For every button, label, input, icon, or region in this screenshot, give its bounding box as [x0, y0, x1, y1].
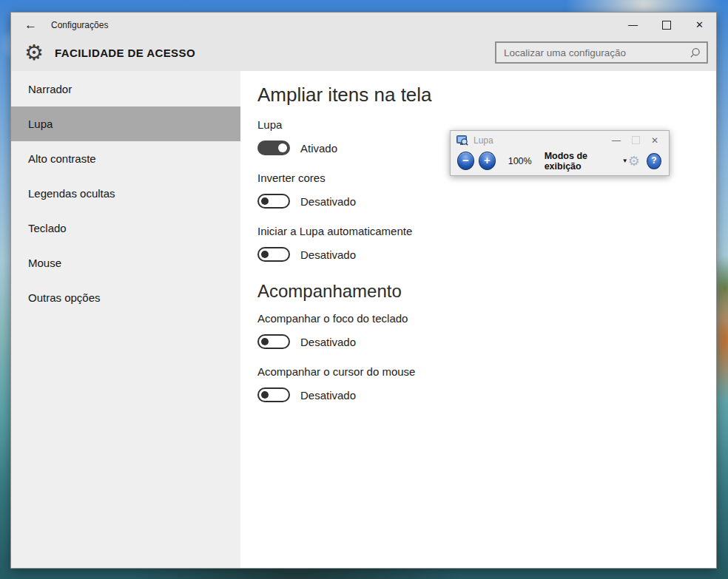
views-dropdown[interactable]: Modos de exibição ▼	[545, 151, 628, 172]
magnifier-maximize-button[interactable]	[626, 133, 645, 148]
back-arrow-icon[interactable]: ←	[24, 18, 39, 33]
toggle-state: Desativado	[300, 389, 356, 402]
toggle-knob	[261, 197, 269, 205]
zoom-in-button[interactable]: +	[479, 152, 496, 170]
search-icon	[690, 47, 701, 58]
sidebar: Narrador Lupa Alto contraste Legendas oc…	[11, 71, 240, 568]
magnifier-close-button[interactable]: ✕	[645, 133, 664, 148]
close-button[interactable]: ✕	[683, 13, 716, 37]
setting-label: Acompanhar o foco do teclado	[257, 312, 716, 325]
search-box[interactable]	[495, 41, 708, 64]
window-title: Configurações	[51, 20, 108, 30]
magnifier-titlebar[interactable]: Lupa — ✕	[451, 131, 669, 149]
sidebar-item-legendas-ocultas[interactable]: Legendas ocultas	[11, 176, 240, 211]
setting-label: Lupa	[257, 118, 716, 131]
magnifier-toolbar: − + 100% Modos de exibição ▼ ⚙ ?	[451, 149, 669, 175]
magnifier-minimize-button[interactable]: —	[607, 133, 626, 148]
zoom-level: 100%	[508, 156, 532, 166]
toggle-state: Desativado	[300, 248, 356, 261]
setting-inverter-cores: Inverter cores Desativado	[257, 172, 716, 209]
maximize-icon	[662, 21, 671, 30]
toggle-inverter-cores[interactable]	[257, 194, 290, 209]
toggle-iniciar-automaticamente[interactable]	[257, 247, 290, 262]
toggle-knob	[278, 143, 287, 152]
zoom-out-button[interactable]: −	[457, 152, 474, 170]
toggle-knob	[261, 391, 269, 399]
views-dropdown-label: Modos de exibição	[545, 151, 619, 172]
toggle-cursor-mouse[interactable]	[257, 387, 290, 402]
setting-label: Iniciar a Lupa automaticamente	[257, 225, 716, 237]
sidebar-item-lupa[interactable]: Lupa	[11, 106, 240, 141]
search-input[interactable]	[502, 47, 690, 59]
setting-foco-teclado: Acompanhar o foco do teclado Desativado	[257, 312, 716, 349]
minimize-button[interactable]: —	[616, 13, 650, 37]
magnifier-window-controls: — ✕	[607, 133, 664, 148]
sidebar-item-mouse[interactable]: Mouse	[11, 246, 240, 280]
toggle-state: Ativado	[300, 142, 337, 155]
toggle-state: Desativado	[300, 195, 356, 208]
toggle-lupa[interactable]	[257, 140, 290, 155]
setting-cursor-mouse: Acompanhar o cursor do mouse Desativado	[257, 365, 716, 402]
toggle-knob	[261, 251, 269, 258]
gear-icon: ⚙	[24, 42, 44, 64]
page-header: ⚙ FACILIDADE DE ACESSO	[11, 37, 716, 64]
toggle-foco-teclado[interactable]	[257, 334, 290, 349]
maximize-button[interactable]	[650, 13, 683, 37]
settings-window: ← Configurações — ✕ ⚙ FACILIDADE DE ACES…	[10, 12, 717, 569]
sidebar-item-teclado[interactable]: Teclado	[11, 211, 240, 246]
page-title: FACILIDADE DE ACESSO	[55, 47, 195, 59]
titlebar: ← Configurações — ✕	[11, 13, 716, 37]
section-title-ampliar: Ampliar itens na tela	[257, 84, 716, 106]
toggle-knob	[261, 338, 269, 345]
sidebar-item-narrador[interactable]: Narrador	[11, 72, 240, 106]
magnifier-app-icon	[456, 135, 468, 146]
sidebar-item-alto-contraste[interactable]: Alto contraste	[11, 141, 240, 176]
magnifier-options-gear-icon[interactable]: ⚙	[628, 155, 640, 168]
help-button[interactable]: ?	[647, 153, 661, 169]
window-chrome: ← Configurações — ✕ ⚙ FACILIDADE DE ACES…	[11, 13, 716, 71]
window-controls: — ✕	[616, 13, 716, 37]
desktop: { "settings_window": { "titlebar": { "ti…	[0, 0, 728, 579]
setting-iniciar-automaticamente: Iniciar a Lupa automaticamente Desativad…	[257, 225, 716, 262]
chevron-down-icon: ▼	[622, 158, 628, 164]
magnifier-window: Lupa — ✕ − + 100% Modos de exibição ▼ ⚙ …	[450, 130, 670, 176]
sidebar-item-outras-opcoes[interactable]: Outras opções	[11, 280, 240, 315]
setting-label: Acompanhar o cursor do mouse	[257, 365, 716, 378]
section-title-acompanhamento: Acompanhamento	[257, 281, 716, 302]
magnifier-window-title: Lupa	[473, 135, 493, 146]
toggle-state: Desativado	[300, 336, 356, 348]
maximize-icon	[632, 136, 640, 144]
